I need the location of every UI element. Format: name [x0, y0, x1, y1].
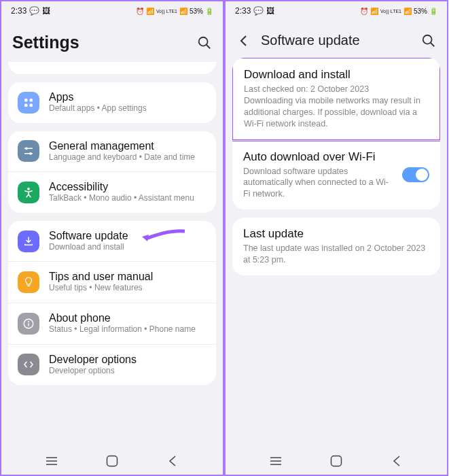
svg-rect-2: [24, 99, 28, 102]
item-title: Tips and user manual: [49, 271, 206, 283]
tips-icon: [18, 271, 39, 293]
chat-icon: 💬: [29, 6, 39, 16]
item-sub: Useful tips • New features: [49, 283, 206, 294]
svg-point-18: [423, 35, 432, 44]
toggle-auto-download[interactable]: [402, 167, 429, 182]
accessibility-icon: [18, 182, 39, 203]
svg-line-1: [206, 44, 211, 48]
card-peek: [8, 62, 216, 74]
battery-pct: 53%: [414, 7, 427, 15]
item-sub: Language and keyboard • Date and time: [49, 152, 206, 163]
header-right: Software update: [226, 20, 447, 58]
nav-back[interactable]: [165, 454, 180, 469]
net-label: Vo)) LTE1: [380, 9, 401, 14]
item-desc: Last checked on: 2 October 2023 Download…: [244, 84, 429, 130]
svg-point-0: [199, 37, 208, 46]
item-title: General management: [49, 140, 206, 152]
navbar: [1, 447, 223, 475]
item-software-update[interactable]: Software update Download and install: [8, 221, 216, 262]
phone-right: 2:33 💬 🖼 ⏰ 📶 Vo)) LTE1 📶 53% 🔋 Software …: [224, 0, 448, 476]
svg-point-10: [27, 188, 30, 190]
status-bar: 2:33 💬 🖼 ⏰ 📶 Vo)) LTE1 📶 53% 🔋: [226, 1, 447, 20]
item-title: Auto download over Wi-Fi: [243, 150, 394, 164]
header-left: Settings: [1, 20, 223, 62]
svg-line-19: [431, 42, 435, 46]
item-developer-options[interactable]: Developer options Developer options: [8, 344, 216, 386]
item-last-update[interactable]: Last update The last update was installe…: [232, 218, 440, 275]
search-button[interactable]: [197, 35, 212, 50]
item-title: Download and install: [244, 68, 429, 82]
item-general-management[interactable]: General management Language and keyboard…: [8, 131, 216, 172]
image-icon: 🖼: [266, 6, 274, 16]
item-title: Accessibility: [49, 181, 206, 193]
nav-recents[interactable]: [44, 454, 59, 469]
settings-group: General management Language and keyboard…: [8, 131, 216, 213]
battery-icon: 🔋: [205, 7, 213, 15]
svg-rect-5: [30, 103, 33, 107]
wifi-icon: 📶: [370, 7, 378, 15]
svg-point-12: [28, 321, 29, 322]
svg-rect-3: [30, 99, 33, 102]
battery-icon: 🔋: [429, 7, 437, 15]
signal-icon: 📶: [179, 7, 187, 15]
update-group: Last update The last update was installe…: [232, 218, 440, 275]
apps-icon: [18, 92, 39, 114]
content-right: Download and install Last checked on: 2 …: [226, 58, 447, 447]
content-left: Apps Default apps • App settings General…: [1, 62, 223, 447]
svg-point-7: [25, 148, 28, 150]
nav-home[interactable]: [329, 454, 344, 469]
item-desc: Download software updates automatically …: [243, 166, 394, 201]
wifi-icon: 📶: [146, 7, 154, 15]
back-button[interactable]: [236, 33, 251, 48]
nav-recents[interactable]: [268, 454, 283, 469]
item-desc: The last update was installed on 2 Octob…: [243, 243, 429, 266]
item-sub: Default apps • App settings: [49, 103, 206, 114]
item-title: Apps: [49, 91, 206, 103]
signal-icon: 📶: [403, 7, 412, 15]
page-title: Settings: [12, 33, 187, 52]
update-group: Download and install Last checked on: 2 …: [232, 58, 440, 209]
phone-left: 2:33 💬 🖼 ⏰ 📶 Vo)) LTE1 📶 53% 🔋 Settings: [0, 0, 224, 476]
nav-home[interactable]: [105, 454, 120, 469]
item-sub: TalkBack • Mono audio • Assistant menu: [49, 193, 206, 204]
svg-rect-17: [107, 456, 117, 466]
status-time: 2:33: [11, 6, 26, 16]
item-title: Developer options: [49, 354, 206, 366]
alarm-icon: ⏰: [360, 7, 368, 15]
battery-pct: 53%: [190, 7, 203, 15]
item-title: Last update: [243, 227, 429, 241]
item-about-phone[interactable]: About phone Status • Legal information •…: [8, 303, 216, 344]
item-apps[interactable]: Apps Default apps • App settings: [8, 82, 216, 123]
svg-rect-4: [24, 103, 28, 107]
image-icon: 🖼: [42, 6, 50, 16]
status-bar: 2:33 💬 🖼 ⏰ 📶 Vo)) LTE1 📶 53% 🔋: [1, 1, 223, 20]
item-auto-download[interactable]: Auto download over Wi-Fi Download softwa…: [232, 140, 440, 210]
info-icon: [18, 313, 39, 335]
navbar: [226, 447, 447, 475]
item-accessibility[interactable]: Accessibility TalkBack • Mono audio • As…: [8, 171, 216, 213]
item-sub: Status • Legal information • Phone name: [49, 324, 206, 335]
item-tips[interactable]: Tips and user manual Useful tips • New f…: [8, 261, 216, 303]
dev-icon: [18, 354, 39, 375]
settings-group: Apps Default apps • App settings: [8, 82, 216, 123]
svg-rect-23: [331, 456, 341, 466]
update-icon: [18, 231, 39, 252]
nav-back[interactable]: [389, 454, 404, 469]
item-sub: Developer options: [49, 366, 206, 377]
annotation-arrow: [141, 228, 188, 245]
item-title: About phone: [49, 312, 206, 324]
sliders-icon: [18, 140, 39, 162]
svg-point-9: [29, 152, 32, 155]
item-download-install[interactable]: Download and install Last checked on: 2 …: [232, 58, 440, 141]
status-time: 2:33: [235, 6, 251, 16]
chat-icon: 💬: [253, 6, 264, 16]
alarm-icon: ⏰: [136, 7, 144, 15]
settings-group: Software update Download and install Tip…: [8, 221, 216, 385]
page-title: Software update: [261, 33, 412, 48]
search-button[interactable]: [421, 33, 436, 48]
net-label: Vo)) LTE1: [156, 9, 177, 14]
